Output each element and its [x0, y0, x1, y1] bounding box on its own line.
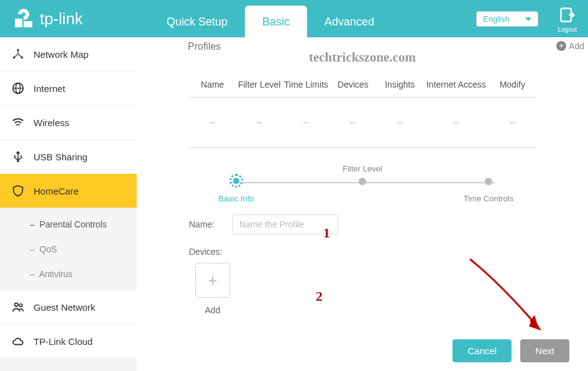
col-devices: Devices [329, 80, 376, 89]
tab-basic[interactable]: Basic [245, 6, 307, 37]
brand-logo: tp-link [12, 7, 83, 30]
col-internet-access: Internet Access [423, 80, 489, 89]
sidebar-label: TP-Link Cloud [34, 336, 93, 347]
next-button[interactable]: Next [520, 339, 569, 362]
svg-marker-13 [529, 318, 541, 331]
wifi-icon [11, 116, 25, 129]
header: tp-link Quick Setup Basic Advanced Engli… [0, 0, 588, 37]
sidebar-sub-items: – Parental Controls – QoS – Antivirus [0, 208, 137, 290]
logout-label: Logout [558, 26, 577, 33]
sidebar-item-wireless[interactable]: Wireless [0, 106, 137, 140]
plus-icon: + [556, 41, 566, 51]
svg-rect-0 [15, 19, 22, 27]
tab-quick-setup[interactable]: Quick Setup [149, 6, 245, 37]
sub-item-qos[interactable]: – QoS [0, 237, 137, 262]
cell: -- [236, 117, 282, 127]
name-row: Name: [189, 214, 576, 234]
step-dot-icon [485, 178, 492, 185]
network-map-icon [11, 47, 25, 61]
globe-icon [11, 81, 25, 95]
sidebar-item-guest-network[interactable]: Guest Network [0, 290, 137, 324]
wizard-buttons: Cancel Next [452, 339, 569, 362]
main-content: Profiles + Add techtrickszone.com Name F… [137, 37, 588, 371]
cloud-icon [11, 334, 25, 348]
svg-point-11 [19, 304, 22, 307]
brand-name: tp-link [40, 9, 83, 29]
sidebar-item-internet[interactable]: Internet [0, 71, 137, 106]
add-profile-button[interactable]: + Add [556, 41, 584, 51]
sub-item-antivirus[interactable]: – Antivirus [0, 262, 137, 286]
profiles-table: Name Filter Level Time Limits Devices In… [189, 80, 536, 148]
svg-point-10 [15, 303, 19, 307]
cell: -- [283, 117, 329, 127]
chevron-down-icon [525, 17, 531, 21]
cell: -- [489, 117, 536, 127]
sidebar-label: HomeCare [34, 186, 79, 196]
add-device-label: Add [189, 305, 236, 315]
svg-point-3 [17, 49, 19, 52]
sidebar-label: USB Sharing [34, 152, 88, 162]
cell: -- [189, 117, 236, 127]
profile-form: Name: Devices: + Add [189, 214, 576, 315]
users-icon [11, 300, 25, 314]
language-select[interactable]: English [476, 11, 538, 27]
sidebar-item-homecare[interactable]: HomeCare [0, 174, 137, 208]
watermark: techtrickszone.com [309, 50, 416, 65]
wizard-stepper: Basic Info Filter Level Time Controls [199, 164, 526, 203]
step-basic-info[interactable]: Basic Info [199, 164, 273, 203]
plus-icon: + [208, 271, 217, 290]
shield-icon [11, 184, 25, 198]
add-device-button[interactable]: + [195, 263, 230, 298]
logout-icon [559, 6, 576, 24]
annotation-1: 1 [323, 225, 330, 241]
col-name: Name [189, 80, 236, 89]
step-dot-icon [233, 178, 239, 184]
step-dot-icon [359, 178, 366, 185]
sidebar-item-tplink-cloud[interactable]: TP-Link Cloud [0, 324, 137, 358]
step-time-controls[interactable]: Time Controls [451, 164, 526, 203]
sidebar: Network Map Internet Wireless USB Sharin… [0, 37, 137, 371]
usb-icon [11, 150, 25, 163]
devices-label: Devices: [189, 247, 576, 257]
language-value: English [483, 14, 510, 24]
annotation-2: 2 [316, 288, 323, 305]
col-filter-level: Filter Level [236, 80, 282, 89]
tab-advanced[interactable]: Advanced [307, 6, 392, 37]
sidebar-label: Wireless [34, 117, 70, 128]
sub-item-parental-controls[interactable]: – Parental Controls [0, 212, 137, 237]
sidebar-item-usb-sharing[interactable]: USB Sharing [0, 140, 137, 174]
cancel-button[interactable]: Cancel [452, 339, 512, 362]
col-modify: Modify [489, 80, 536, 89]
cell: -- [423, 117, 489, 127]
sidebar-label: Internet [34, 83, 65, 94]
col-time-limits: Time Limits [283, 80, 329, 89]
cell: -- [329, 117, 376, 127]
svg-marker-12 [530, 315, 538, 327]
profile-name-input[interactable] [232, 214, 338, 234]
sidebar-item-network-map[interactable]: Network Map [0, 37, 137, 71]
table-row: -- -- -- -- -- -- -- [189, 98, 536, 148]
col-insights: Insights [377, 80, 423, 89]
name-label: Name: [189, 219, 232, 229]
sidebar-label: Network Map [34, 49, 88, 60]
svg-point-9 [17, 160, 19, 163]
step-filter-level[interactable]: Filter Level [325, 164, 400, 203]
svg-rect-1 [24, 21, 32, 27]
tplink-logo-icon [12, 7, 35, 30]
main-tabs: Quick Setup Basic Advanced [149, 6, 392, 37]
sidebar-label: Guest Network [34, 302, 95, 313]
logout-button[interactable]: Logout [558, 6, 577, 33]
table-header: Name Filter Level Time Limits Devices In… [189, 80, 536, 98]
cell: -- [377, 117, 423, 127]
